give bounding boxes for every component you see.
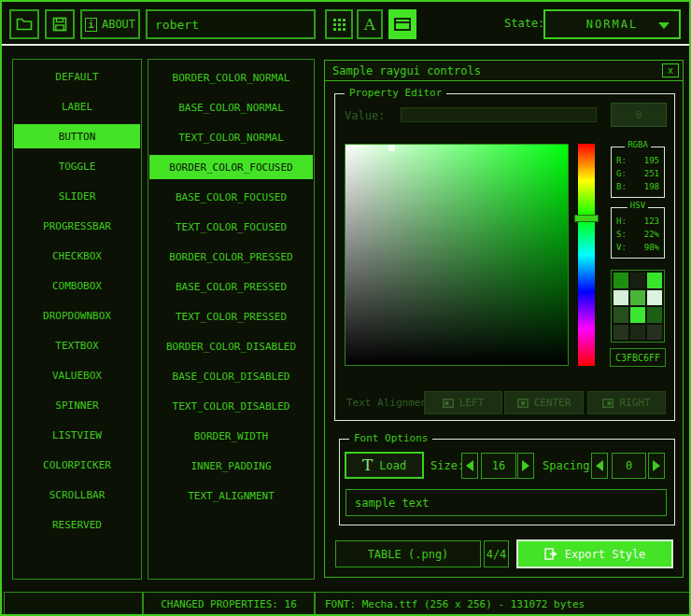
list-item[interactable]: BASE_COLOR_DISABLED <box>148 361 314 391</box>
list-item[interactable]: INNER_PADDING <box>148 451 314 481</box>
font-options-group: Font Options T Load Size: 16 Spacing: 0 … <box>339 439 675 525</box>
list-item[interactable]: DROPDOWNBOX <box>13 301 141 330</box>
hue-slider-handle[interactable] <box>574 215 599 222</box>
palette-swatch[interactable] <box>630 307 645 323</box>
list-item[interactable]: BORDER_COLOR_PRESSED <box>148 242 314 272</box>
style-table-view-button[interactable] <box>325 9 353 39</box>
align-left-button[interactable]: LEFT <box>424 391 502 414</box>
font-info-text: FONT: Mecha.ttf (256 x 256) - 131072 byt… <box>325 598 585 610</box>
arrow-right-icon <box>653 460 660 471</box>
palette-swatch[interactable] <box>630 290 645 306</box>
list-item[interactable]: DEFAULT <box>13 62 141 91</box>
export-style-button[interactable]: Export Style <box>516 539 673 568</box>
load-font-label: Load <box>379 459 406 472</box>
list-item[interactable]: TOGGLE <box>13 151 141 181</box>
state-dropdown-value: NORMAL <box>586 18 638 31</box>
size-decrease-button[interactable] <box>461 453 478 479</box>
spacing-value-box[interactable]: 0 <box>612 453 646 479</box>
folder-open-icon <box>16 18 33 31</box>
sample-text-box[interactable]: sample text <box>346 489 667 516</box>
sample-controls-window: Sample raygui controls x Property Editor… <box>324 60 684 578</box>
color-picker-panel[interactable] <box>345 144 569 366</box>
list-item[interactable]: COLORPICKER <box>13 450 141 480</box>
r-value: 195 <box>644 156 659 165</box>
style-name-input[interactable] <box>146 9 316 39</box>
export-format-combobox[interactable]: TABLE (.png) <box>335 540 481 567</box>
color-picker-cursor[interactable] <box>388 145 395 151</box>
align-right-icon <box>602 399 613 408</box>
list-item-selected[interactable]: BORDER_COLOR_FOCUSED <box>149 155 313 179</box>
list-item[interactable]: BASE_COLOR_FOCUSED <box>148 182 314 212</box>
palette-swatch[interactable] <box>647 273 662 288</box>
font-t-icon: T <box>362 457 373 473</box>
save-file-button[interactable] <box>45 9 75 39</box>
list-item[interactable]: BORDER_WIDTH <box>148 421 314 451</box>
size-increase-button[interactable] <box>517 453 534 479</box>
value-button[interactable]: 0 <box>611 103 667 127</box>
palette-swatch[interactable] <box>613 290 628 306</box>
align-center-button[interactable]: CENTER <box>504 391 584 414</box>
list-item[interactable]: BASE_COLOR_NORMAL <box>148 92 314 122</box>
list-item[interactable]: SLIDER <box>13 181 141 211</box>
list-item[interactable]: SPINNER <box>13 390 141 420</box>
toolbar-divider <box>2 44 691 46</box>
list-item[interactable]: BORDER_COLOR_DISABLED <box>148 331 314 361</box>
export-style-label: Export Style <box>565 548 646 561</box>
align-center-icon <box>517 399 529 408</box>
list-item[interactable]: CHECKBOX <box>13 241 141 271</box>
list-item[interactable]: RESERVED <box>13 510 141 539</box>
controls-view-button[interactable] <box>388 9 416 39</box>
palette-swatch[interactable] <box>647 290 662 306</box>
window-titlebar[interactable]: Sample raygui controls x <box>325 61 683 81</box>
list-item[interactable]: TEXT_COLOR_NORMAL <box>148 122 314 152</box>
size-label: Size: <box>430 459 464 472</box>
hex-color-textbox[interactable]: C3FBC6FF <box>610 348 666 367</box>
list-item[interactable]: PROGRESSBAR <box>13 211 141 241</box>
floppy-disk-icon <box>52 17 67 32</box>
state-dropdown[interactable]: NORMAL <box>543 9 681 39</box>
size-value-box[interactable]: 16 <box>481 453 516 479</box>
info-icon: i <box>85 18 97 32</box>
palette-swatch[interactable] <box>630 273 645 288</box>
font-view-button[interactable]: A <box>357 9 383 39</box>
palette-swatch[interactable] <box>647 325 662 341</box>
align-left-label: LEFT <box>459 397 485 409</box>
palette-swatch[interactable] <box>630 325 645 341</box>
palette-swatch[interactable] <box>613 325 628 341</box>
list-item[interactable]: SCROLLBAR <box>13 480 141 510</box>
palette-swatch[interactable] <box>613 273 628 288</box>
list-item[interactable]: TEXTBOX <box>13 330 141 360</box>
open-file-button[interactable] <box>9 9 39 39</box>
align-center-label: CENTER <box>534 397 571 409</box>
window-title: Sample raygui controls <box>332 64 481 77</box>
align-right-button[interactable]: RIGHT <box>587 391 666 414</box>
list-item[interactable]: LISTVIEW <box>13 420 141 450</box>
value-slider[interactable] <box>401 107 597 122</box>
export-icon <box>544 548 557 560</box>
about-button[interactable]: i ABOUT <box>80 9 140 39</box>
status-changed-properties: CHANGED PROPERTIES: 16 <box>143 592 315 616</box>
load-font-button[interactable]: T Load <box>345 452 424 479</box>
spacing-decrease-button[interactable] <box>591 453 608 479</box>
list-item[interactable]: COMBOBOX <box>13 271 141 301</box>
palette-swatch[interactable] <box>647 307 662 323</box>
h-value: 123 <box>644 217 659 226</box>
hsv-group: HSV H:123 S:22% V:98% <box>611 207 665 259</box>
rguistyler-app: i ABOUT A State: NORMAL DEFAULT LABEL <box>0 0 691 616</box>
spacing-increase-button[interactable] <box>648 453 665 479</box>
list-item[interactable]: TEXT_ALIGNMENT <box>148 481 314 511</box>
list-item[interactable]: TEXT_COLOR_DISABLED <box>148 391 314 421</box>
properties-listview: BORDER_COLOR_NORMAL BASE_COLOR_NORMAL TE… <box>148 59 315 580</box>
list-item[interactable]: BASE_COLOR_PRESSED <box>148 272 314 301</box>
changed-properties-text: CHANGED PROPERTIES: 16 <box>161 598 297 610</box>
list-item[interactable]: BORDER_COLOR_NORMAL <box>148 63 314 92</box>
close-icon[interactable]: x <box>662 63 679 77</box>
list-item[interactable]: VALUEBOX <box>13 360 141 390</box>
list-item[interactable]: TEXT_COLOR_FOCUSED <box>148 212 314 242</box>
palette-swatch[interactable] <box>613 307 628 323</box>
list-item[interactable]: TEXT_COLOR_PRESSED <box>148 301 314 331</box>
hue-slider[interactable] <box>578 144 595 366</box>
list-item[interactable]: LABEL <box>13 91 141 121</box>
format-count-box[interactable]: 4/4 <box>484 540 509 567</box>
list-item-selected[interactable]: BUTTON <box>14 124 140 148</box>
